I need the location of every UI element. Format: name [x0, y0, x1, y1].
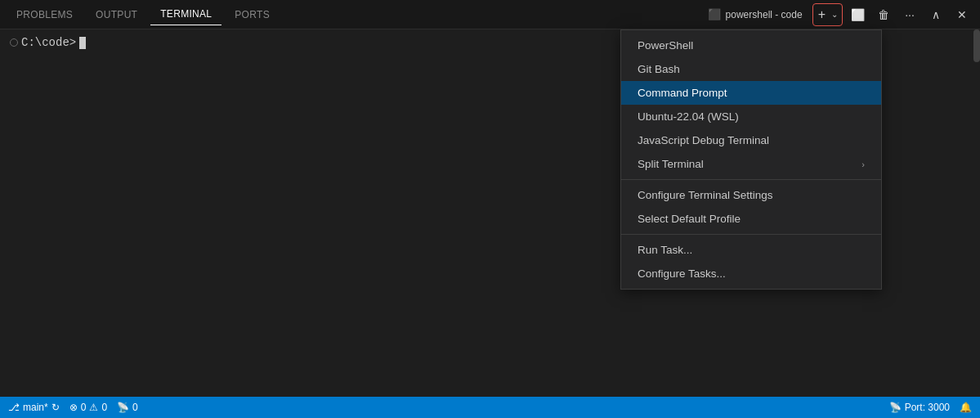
- menu-item-gitbash-label: Git Bash: [638, 63, 680, 75]
- trash-button[interactable]: 🗑: [872, 3, 895, 26]
- menu-item-configure-tasks-label: Configure Tasks...: [638, 267, 726, 280]
- tab-problems[interactable]: PROBLEMS: [7, 4, 83, 25]
- terminal-label: ⬛ powershell - code: [701, 5, 809, 24]
- bell-icon: 🔔: [960, 402, 972, 413]
- scrollbar-thumb[interactable]: [973, 29, 980, 62]
- tab-terminal[interactable]: TERMINAL: [150, 3, 222, 25]
- menu-item-split-terminal[interactable]: Split Terminal ›: [621, 152, 881, 176]
- expand-button[interactable]: ∧: [924, 3, 947, 26]
- new-terminal-button[interactable]: + ⌄: [812, 3, 843, 26]
- tab-output[interactable]: OUTPUT: [86, 4, 147, 25]
- menu-item-split-terminal-label: Split Terminal: [638, 158, 704, 170]
- tab-bar-right: ⬛ powershell - code + ⌄ ⬜ 🗑 ··· ∧ ✕: [701, 3, 973, 26]
- port-status[interactable]: 📡 Port: 3000: [889, 402, 950, 413]
- error-count: 0: [81, 402, 87, 413]
- terminal-label-text: powershell - code: [726, 9, 803, 20]
- menu-item-gitbash[interactable]: Git Bash: [621, 57, 881, 81]
- status-bar-right: 📡 Port: 3000 🔔: [889, 402, 972, 413]
- branch-icon: ⎇: [8, 402, 20, 413]
- prompt-text: C:\code>: [21, 36, 76, 49]
- remote-icon: 📡: [117, 402, 129, 413]
- warning-count: 0: [101, 402, 107, 413]
- terminal-icon: ⬛: [708, 8, 721, 20]
- menu-item-configure-settings[interactable]: Configure Terminal Settings: [621, 183, 881, 207]
- error-icon: ⊗: [69, 402, 78, 413]
- dropdown-caret-icon: ⌄: [829, 8, 840, 20]
- menu-item-wsl-label: Ubuntu-22.04 (WSL): [638, 110, 739, 123]
- sync-icon: ↻: [51, 402, 60, 413]
- remote-count: 0: [132, 402, 138, 413]
- prompt-circle-icon: [10, 38, 18, 47]
- menu-item-js-debug[interactable]: JavaScript Debug Terminal: [621, 128, 881, 152]
- close-button[interactable]: ✕: [951, 3, 973, 26]
- status-bar: ⎇ main* ↻ ⊗ 0 ⚠ 0 📡 0 📡 Port: 3000 🔔: [0, 397, 980, 418]
- branch-name: main*: [23, 402, 48, 413]
- menu-item-command-prompt[interactable]: Command Prompt: [621, 81, 881, 105]
- menu-section-settings: Configure Terminal Settings Select Defau…: [621, 180, 881, 235]
- menu-item-run-task[interactable]: Run Task...: [621, 238, 881, 262]
- menu-item-command-prompt-label: Command Prompt: [638, 87, 727, 99]
- tab-bar-left: PROBLEMS OUTPUT TERMINAL PORTS: [7, 3, 280, 25]
- terminal-cursor: [79, 37, 86, 49]
- git-branch-status[interactable]: ⎇ main* ↻: [8, 402, 60, 413]
- bell-status[interactable]: 🔔: [960, 402, 972, 413]
- tab-bar: PROBLEMS OUTPUT TERMINAL PORTS ⬛ powersh…: [0, 0, 980, 29]
- menu-item-js-debug-label: JavaScript Debug Terminal: [638, 134, 769, 146]
- errors-status[interactable]: ⊗ 0 ⚠ 0: [69, 402, 107, 413]
- status-bar-left: ⎇ main* ↻ ⊗ 0 ⚠ 0 📡 0: [8, 402, 138, 413]
- menu-item-run-task-label: Run Task...: [638, 244, 692, 256]
- tab-ports[interactable]: PORTS: [225, 4, 280, 25]
- dropdown-menu: PowerShell Git Bash Command Prompt Ubunt…: [620, 29, 882, 290]
- menu-item-configure-tasks[interactable]: Configure Tasks...: [621, 262, 881, 285]
- menu-item-powershell-label: PowerShell: [638, 39, 693, 52]
- menu-item-wsl[interactable]: Ubuntu-22.04 (WSL): [621, 105, 881, 128]
- scrollbar-track[interactable]: [973, 29, 980, 397]
- warning-icon: ⚠: [89, 402, 98, 413]
- port-label: Port: 3000: [905, 402, 950, 413]
- menu-section-tasks: Run Task... Configure Tasks...: [621, 235, 881, 289]
- menu-section-terminals: PowerShell Git Bash Command Prompt Ubunt…: [621, 30, 881, 180]
- menu-item-powershell[interactable]: PowerShell: [621, 34, 881, 57]
- menu-item-select-profile[interactable]: Select Default Profile: [621, 207, 881, 231]
- chevron-right-icon: ›: [861, 160, 865, 169]
- port-icon: 📡: [889, 402, 902, 413]
- menu-item-select-profile-label: Select Default Profile: [638, 213, 741, 225]
- more-button[interactable]: ···: [898, 3, 921, 26]
- layout-button[interactable]: ⬜: [846, 3, 869, 26]
- remote-status[interactable]: 📡 0: [117, 402, 138, 413]
- plus-icon: +: [815, 6, 829, 24]
- menu-item-configure-settings-label: Configure Terminal Settings: [638, 189, 773, 201]
